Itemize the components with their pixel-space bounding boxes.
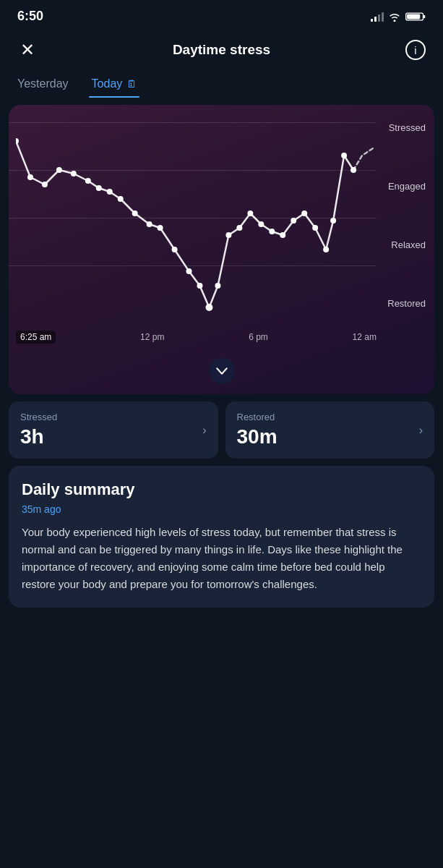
chart-area: Stressed Engaged Relaxed Restored (9, 105, 434, 351)
expand-chart-button[interactable] (209, 358, 235, 384)
header: ✕ Daytime stress i (0, 30, 443, 69)
svg-point-27 (301, 210, 307, 216)
svg-point-19 (215, 283, 220, 289)
stats-row: Stressed 3h › Restored 30m › (0, 401, 443, 459)
svg-point-6 (56, 167, 62, 173)
summary-card: Daily summary 35m ago Your body experien… (9, 466, 434, 608)
wifi-icon (388, 12, 401, 22)
stressed-stat-content: Stressed 3h (20, 412, 57, 448)
restored-stat-content: Restored 30m (237, 412, 278, 448)
svg-point-13 (147, 221, 152, 227)
svg-point-14 (158, 225, 163, 231)
x-label-6pm: 6 pm (249, 332, 268, 342)
svg-point-5 (42, 182, 48, 187)
svg-point-15 (172, 247, 178, 252)
chart-svg-container (16, 119, 377, 315)
svg-point-7 (71, 171, 77, 176)
summary-time: 35m ago (22, 503, 421, 515)
svg-point-18 (205, 304, 212, 311)
summary-text: Your body experienced high levels of str… (22, 524, 421, 593)
svg-point-22 (247, 210, 253, 216)
y-label-relaxed: Relaxed (387, 239, 426, 250)
svg-point-4 (27, 174, 33, 180)
stress-chart-card: Stressed Engaged Relaxed Restored (9, 105, 434, 394)
info-button[interactable]: i (403, 37, 429, 63)
svg-rect-2 (407, 14, 420, 19)
svg-point-9 (96, 185, 102, 191)
close-button[interactable]: ✕ (14, 37, 40, 63)
page-title: Daytime stress (173, 42, 270, 58)
battery-icon (405, 12, 426, 22)
stressed-stat-label: Stressed (20, 412, 57, 422)
stressed-stat-value: 3h (20, 425, 57, 448)
svg-point-23 (258, 221, 264, 227)
restored-stat-card[interactable]: Restored 30m › (225, 401, 435, 459)
svg-point-3 (16, 138, 19, 144)
svg-point-21 (236, 225, 242, 231)
svg-point-16 (186, 268, 192, 274)
x-axis: 6:25 am 12 pm 6 pm 12 am (16, 331, 377, 344)
svg-point-25 (280, 232, 285, 238)
restored-stat-chevron: › (419, 424, 423, 437)
restored-stat-value: 30m (237, 425, 278, 448)
y-label-stressed: Stressed (387, 122, 426, 133)
x-label-noon: 12 pm (140, 332, 164, 342)
x-label-midnight: 12 am (353, 332, 377, 342)
svg-point-12 (132, 210, 138, 216)
status-bar: 6:50 (0, 0, 443, 30)
stressed-stat-chevron: › (202, 424, 206, 437)
svg-point-31 (341, 153, 347, 158)
calendar-icon: 🗓 (126, 78, 137, 90)
tab-bar: Yesterday Today 🗓 (0, 69, 443, 98)
restored-stat-label: Restored (237, 412, 278, 422)
stressed-stat-card[interactable]: Stressed 3h › (9, 401, 218, 459)
tab-yesterday[interactable]: Yesterday (14, 72, 72, 98)
svg-point-32 (350, 167, 356, 173)
svg-point-29 (323, 247, 329, 252)
status-time: 6:50 (17, 9, 43, 24)
svg-point-28 (312, 225, 318, 231)
info-icon: i (405, 40, 426, 60)
svg-point-17 (197, 283, 202, 289)
chevron-section (9, 351, 434, 394)
summary-title: Daily summary (22, 480, 421, 499)
svg-point-20 (225, 232, 231, 238)
signal-icon (371, 12, 384, 22)
close-icon: ✕ (20, 40, 35, 60)
svg-point-24 (269, 229, 275, 234)
svg-point-26 (291, 218, 296, 224)
svg-point-8 (85, 178, 91, 184)
x-label-start: 6:25 am (16, 331, 56, 344)
tab-today[interactable]: Today 🗓 (89, 72, 140, 98)
svg-rect-1 (423, 14, 426, 17)
svg-point-10 (107, 189, 113, 195)
y-axis-labels: Stressed Engaged Relaxed Restored (387, 105, 426, 315)
y-label-engaged: Engaged (387, 181, 426, 192)
status-icons (371, 12, 426, 22)
chevron-down-icon (215, 367, 228, 375)
svg-point-30 (330, 218, 336, 224)
y-label-restored: Restored (387, 298, 426, 309)
svg-point-11 (118, 196, 124, 202)
